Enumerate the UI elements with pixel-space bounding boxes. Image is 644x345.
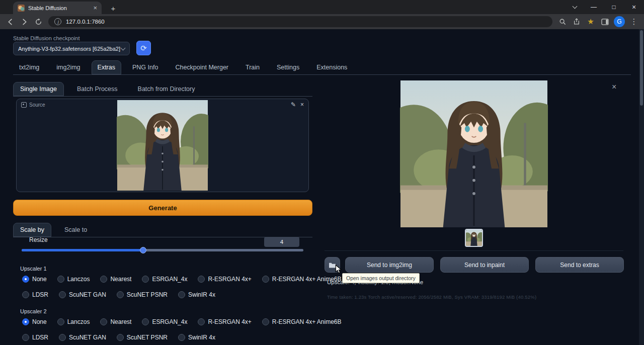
image-icon	[21, 102, 27, 108]
radio-icon	[262, 276, 269, 283]
resize-label: Resize	[29, 236, 48, 243]
minimize-button[interactable]: —	[584, 0, 604, 14]
radio-icon	[22, 291, 29, 298]
radio-icon	[57, 318, 64, 325]
extras-left-panel: Single Image Batch Process Batch from Di…	[13, 80, 312, 345]
folder-tooltip: Open images output directory	[342, 273, 420, 283]
source-label: Source	[29, 102, 45, 108]
source-image-dropzone[interactable]: Source ✎ ×	[16, 99, 309, 192]
upscaler1-option-ldsr[interactable]: LDSR	[22, 291, 48, 298]
side-panel-icon[interactable]	[598, 15, 611, 28]
send-to-inpaint-button[interactable]: Send to inpaint	[440, 257, 529, 273]
mouse-cursor	[335, 265, 344, 274]
address-bar[interactable]: i 127.0.0.1:7860	[48, 16, 552, 27]
upscaler1-options-row1: None Lanczos Nearest ESRGAN_4x R-ESRGAN …	[22, 274, 342, 284]
favicon	[18, 5, 25, 12]
tab-checkpoint-merger[interactable]: Checkpoint Merger	[169, 60, 234, 74]
tab-png-info[interactable]: PNG Info	[126, 60, 164, 74]
tab-extensions[interactable]: Extensions	[310, 60, 353, 74]
zoom-icon[interactable]	[556, 15, 569, 28]
slider-thumb[interactable]	[140, 247, 146, 253]
main-tabs: txt2img img2img Extras PNG Info Checkpoi…	[13, 60, 631, 75]
upscaler2-option-scunet-psnr[interactable]: ScuNET PSNR	[117, 334, 168, 341]
window-controls: — □ ×	[584, 0, 644, 14]
slider-fill	[22, 249, 143, 251]
radio-icon	[117, 334, 124, 341]
browser-tab[interactable]: Stable Diffusion ×	[13, 2, 102, 14]
radio-icon	[178, 334, 185, 341]
share-icon[interactable]	[570, 15, 583, 28]
upscaler1-option-lanczos[interactable]: Lanczos	[57, 276, 90, 283]
tab-batch-from-directory[interactable]: Batch from Directory	[131, 82, 202, 96]
window-close-button[interactable]: ×	[624, 0, 644, 14]
forward-icon[interactable]	[18, 15, 31, 28]
scale-tabs: Scale by Scale to	[13, 223, 312, 237]
resize-number-input[interactable]: 4	[264, 237, 299, 247]
scrollbar-thumb[interactable]	[640, 30, 643, 106]
resize-slider[interactable]	[22, 246, 303, 253]
tab-train[interactable]: Train	[239, 60, 266, 74]
radio-icon	[198, 276, 205, 283]
gallery-thumbnail[interactable]	[465, 229, 483, 247]
radio-selected-icon	[22, 276, 29, 283]
upscaler2-option-scunet-gan[interactable]: ScuNET GAN	[59, 334, 106, 341]
upscaler2-option-swinir4x[interactable]: SwinIR 4x	[178, 334, 215, 341]
upscaler2-option-resrgan-anime6b[interactable]: R-ESRGAN 4x+ Anime6B	[262, 318, 342, 325]
send-to-extras-button[interactable]: Send to extras	[535, 257, 624, 273]
clear-image-icon[interactable]: ×	[300, 101, 304, 108]
close-result-icon[interactable]: ×	[612, 83, 616, 91]
send-to-img2img-button[interactable]: Send to img2img	[345, 257, 434, 273]
upscaler1-option-scunet-gan[interactable]: ScuNET GAN	[59, 291, 106, 298]
generate-button[interactable]: Generate	[13, 200, 312, 216]
checkpoint-value: Anything-V3-fp32.safetensors [625a2ba2]	[18, 46, 120, 52]
refresh-icon: ⟳	[140, 44, 147, 53]
tab-batch-process[interactable]: Batch Process	[70, 82, 125, 96]
tab-single-image[interactable]: Single Image	[13, 82, 64, 96]
tab-settings[interactable]: Settings	[271, 60, 305, 74]
tab-close-icon[interactable]: ×	[93, 5, 97, 11]
upscaler2-options-row2: LDSR ScuNET GAN ScuNET PSNR SwinIR 4x	[22, 332, 215, 342]
upscaler1-option-scunet-psnr[interactable]: ScuNET PSNR	[117, 291, 168, 298]
upscaler2-option-lanczos[interactable]: Lanczos	[57, 318, 90, 325]
back-icon[interactable]	[4, 15, 17, 28]
upscaler1-option-none[interactable]: None	[22, 276, 47, 283]
radio-icon	[100, 318, 107, 325]
profile-avatar[interactable]: G	[614, 16, 625, 27]
site-info-icon[interactable]: i	[54, 18, 61, 25]
upscaler2-option-resrgan4x[interactable]: R-ESRGAN 4x+	[198, 318, 251, 325]
bookmark-star-icon[interactable]: ★	[584, 15, 597, 28]
radio-icon	[142, 276, 149, 283]
maximize-button[interactable]: □	[604, 0, 624, 14]
source-header: Source	[21, 102, 45, 108]
tab-extras[interactable]: Extras	[92, 60, 121, 74]
reload-icon[interactable]	[32, 15, 45, 28]
upscaler1-options-row2: LDSR ScuNET GAN ScuNET PSNR SwinIR 4x	[22, 290, 215, 300]
checkpoint-dropdown[interactable]: Anything-V3-fp32.safetensors [625a2ba2]	[13, 42, 130, 55]
upscaler2-option-ldsr[interactable]: LDSR	[22, 334, 48, 341]
result-image[interactable]	[400, 80, 548, 227]
refresh-checkpoints-button[interactable]: ⟳	[136, 41, 151, 55]
tab-scale-to[interactable]: Scale to	[57, 223, 94, 237]
tab-search-icon[interactable]	[568, 0, 582, 14]
upscaler1-option-esrgan4x[interactable]: ESRGAN_4x	[142, 276, 187, 283]
upscaler2-option-nearest[interactable]: Nearest	[100, 318, 131, 325]
browser-menu-icon[interactable]: ⋮	[627, 15, 640, 28]
tab-scale-by[interactable]: Scale by	[13, 223, 51, 237]
upscaler2-option-esrgan4x[interactable]: ESRGAN_4x	[142, 318, 187, 325]
source-image[interactable]	[117, 100, 208, 191]
tab-img2img[interactable]: img2img	[50, 60, 86, 74]
upscaler1-option-resrgan4x[interactable]: R-ESRGAN 4x+	[198, 276, 251, 283]
new-tab-button[interactable]: +	[108, 3, 119, 14]
upscaler1-option-swinir4x[interactable]: SwinIR 4x	[178, 291, 215, 298]
gallery-divider	[325, 250, 623, 251]
tab-txt2img[interactable]: txt2img	[13, 60, 45, 74]
upscaler1-option-nearest[interactable]: Nearest	[100, 276, 131, 283]
page-scrollbar[interactable]	[639, 29, 644, 345]
extras-sub-tabs: Single Image Batch Process Batch from Di…	[13, 80, 312, 97]
edit-image-icon[interactable]: ✎	[291, 101, 296, 108]
radio-icon	[262, 318, 269, 325]
radio-icon	[59, 291, 66, 298]
result-stats-text: Time taken: 1.23s Torch active/reserved:…	[327, 294, 536, 300]
upscaler2-label: Upscaler 2	[20, 308, 47, 314]
upscaler2-option-none[interactable]: None	[22, 318, 47, 325]
